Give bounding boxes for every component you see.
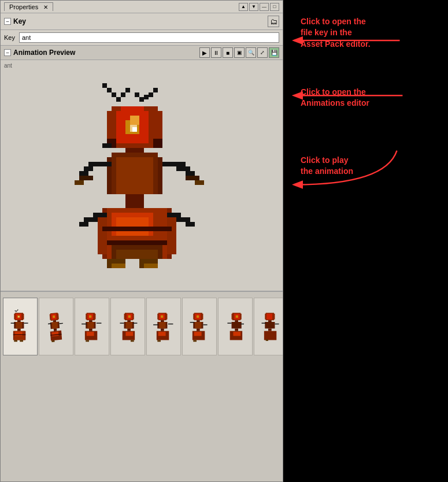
svg-rect-1 [121,92,125,97]
sprite-frame-2[interactable] [39,298,73,355]
svg-rect-24 [84,166,93,171]
ant-sprite [61,83,223,280]
svg-rect-5 [102,83,107,88]
animation-preview-header: – Animation Preview ▶ ⏸ ■ ▣ 🔍 ⤢ [1,46,283,60]
svg-rect-140 [190,322,194,322]
sprite-frame-7[interactable] [218,298,253,355]
svg-rect-137 [197,328,200,331]
anim-collapse-icon: – [6,50,9,55]
file-key-btn[interactable]: 🗂 [268,16,279,27]
svg-rect-22 [116,157,153,194]
maximize-btn[interactable]: □ [270,3,279,11]
svg-rect-90 [51,340,54,342]
svg-rect-136 [195,322,201,328]
anim-controls: ▶ ⏸ ■ ▣ 🔍 ⤢ 💾 [199,47,279,58]
anim-collapse-btn[interactable]: – [4,49,11,56]
key-input-row: Key [1,30,283,46]
svg-rect-47 [112,264,125,268]
svg-rect-121 [161,320,164,322]
svg-rect-42 [167,213,181,217]
svg-rect-25 [79,171,88,176]
key-collapse-btn[interactable]: – [4,18,11,25]
svg-rect-74 [13,334,25,335]
svg-rect-89 [59,323,63,324]
svg-rect-101 [82,324,87,324]
sprite-frame-6[interactable] [182,298,217,355]
svg-rect-39 [93,213,107,217]
svg-rect-156 [266,314,272,320]
svg-rect-163 [266,339,268,341]
svg-rect-40 [84,217,98,222]
frame-btn[interactable]: ▣ [234,47,245,58]
key-collapse-icon: – [6,18,9,24]
sprite-frame-3[interactable] [75,298,109,355]
title-bar-left: Properties ✕ [4,2,53,11]
svg-rect-50 [102,143,112,148]
svg-rect-58 [16,311,16,312]
svg-rect-97 [87,322,94,328]
properties-tab[interactable]: Properties ✕ [4,2,53,11]
play-btn[interactable]: ▶ [199,47,210,58]
svg-rect-8 [144,95,149,99]
svg-rect-3 [112,92,116,97]
svg-rect-83 [51,322,58,329]
svg-rect-59 [15,310,16,311]
sprite-frame-1[interactable] [3,298,38,355]
svg-rect-129 [157,340,161,342]
svg-rect-73 [15,332,23,336]
annotation-play: Click to play the animation [301,143,353,177]
svg-rect-141 [203,324,207,325]
svg-rect-126 [158,332,166,336]
stop-btn[interactable]: ■ [223,47,233,58]
svg-rect-124 [161,328,164,331]
svg-rect-139 [194,332,202,336]
svg-rect-142 [193,340,197,342]
svg-rect-76 [20,340,23,342]
svg-rect-84 [54,328,57,331]
key-section-header: – Key 🗂 [1,13,283,30]
properties-tab-label: Properties [9,3,38,10]
annotation-file-key: Click to open the file key in the Asset … [301,5,371,50]
sprite-frame-5[interactable] [146,298,181,355]
preview-canvas: ant [1,60,283,291]
tab-close-icon[interactable]: ✕ [43,4,48,10]
zoom-btn[interactable]: 🔍 [246,47,256,58]
svg-rect-4 [107,88,112,92]
pause-btn[interactable]: ⏸ [211,47,221,58]
title-bar-controls: ▲ ▼ — □ [239,3,279,11]
svg-rect-27 [176,166,190,171]
svg-rect-55 [195,180,204,185]
arrow-up-btn[interactable]: ▲ [239,3,248,11]
key-field-label: Key [4,34,16,41]
svg-rect-54 [186,176,199,180]
annotation-anim-editor: Click to open the Animations editor [301,75,369,109]
sprite-frame-4[interactable] [110,298,145,355]
sprite-frame-8[interactable] [254,298,283,355]
svg-rect-94 [89,316,91,318]
svg-rect-67 [16,322,22,328]
svg-rect-159 [268,328,272,331]
svg-rect-134 [197,320,200,322]
svg-rect-38 [116,250,158,259]
svg-rect-115 [120,322,124,323]
svg-rect-6 [135,92,139,97]
key-input[interactable] [19,32,279,43]
svg-rect-70 [17,328,21,331]
minimize-btn[interactable]: — [260,3,269,11]
svg-rect-65 [17,320,21,322]
svg-rect-95 [89,320,92,322]
expand-btn[interactable]: ⤢ [257,47,268,58]
key-label-row: – Key [4,17,268,25]
open-anim-editor-btn[interactable]: 💾 [269,47,279,58]
svg-rect-128 [168,324,173,324]
svg-rect-107 [128,316,131,318]
file-icon: 🗂 [270,17,277,26]
svg-rect-81 [53,320,56,322]
arrow-down-btn[interactable]: ▼ [249,3,258,11]
svg-rect-113 [125,332,133,336]
preview-area: ant [1,60,283,481]
stop-icon: ■ [226,50,229,56]
svg-rect-161 [262,322,266,323]
svg-rect-52 [79,176,93,180]
svg-rect-0 [125,88,130,92]
